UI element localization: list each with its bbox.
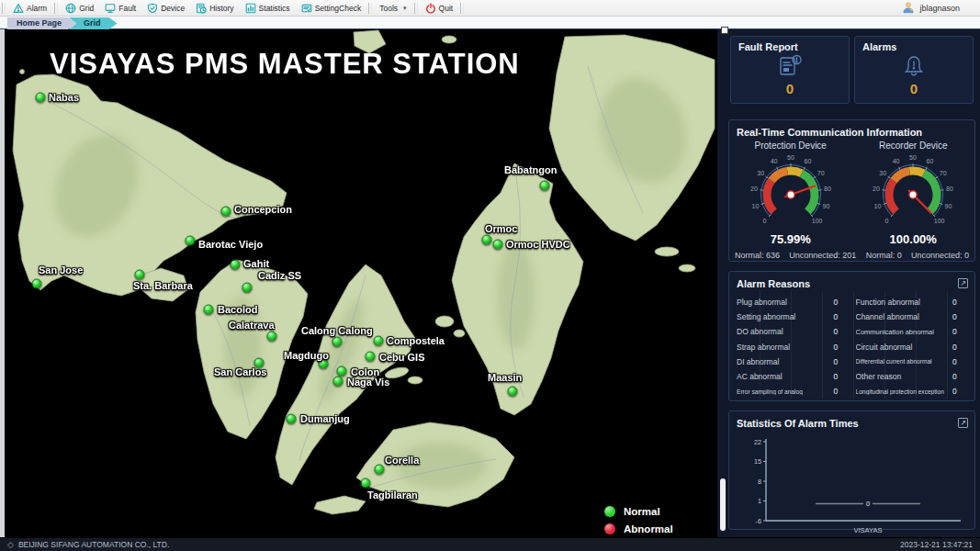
svg-text:50: 50 <box>787 154 794 161</box>
history-icon <box>196 3 207 14</box>
svg-text:80: 80 <box>946 186 953 192</box>
alarm-reasons-title: Alarm Reasons <box>729 272 974 291</box>
fault-report-card[interactable]: Fault Report 0 <box>730 36 850 104</box>
islet <box>442 36 456 43</box>
station-marker-bacolod[interactable] <box>204 305 214 315</box>
svg-text:VISAYAS: VISAYAS <box>854 526 883 534</box>
station-marker-babatngon[interactable] <box>540 181 550 191</box>
station-label-compostela: Compostela <box>387 335 445 346</box>
company-logo-icon <box>7 540 18 549</box>
toolbar-button-label: SettingCheck <box>315 4 362 13</box>
alarm-reason-value: 0 <box>952 387 967 396</box>
station-marker-cadiz-ss[interactable] <box>242 283 253 293</box>
toolbar-separator <box>54 3 58 14</box>
main-toolbar: AlarmGridFaultDeviceHistoryStatisticsSet… <box>0 0 980 17</box>
user-account[interactable]: jblagnason <box>902 1 960 16</box>
alarm-reason-value: 0 <box>834 312 849 321</box>
alarm-reason-label: Strap abnormal <box>737 343 834 352</box>
station-marker-ormoc-hvdc[interactable] <box>493 240 503 250</box>
alarm-reason-value: 0 <box>952 343 967 352</box>
svg-text:90: 90 <box>822 203 829 209</box>
comm-stats-row: Normal: 636Unconnected: 201Normal: 0Unco… <box>729 251 974 260</box>
station-marker-nabas[interactable] <box>36 93 46 103</box>
toolbar-separator <box>368 3 372 14</box>
alarms-card[interactable]: Alarms 0 <box>854 36 974 104</box>
warning-triangle-icon <box>13 3 24 14</box>
gauge-protection-device: Protection Device01020304050607080901007… <box>733 141 849 246</box>
abnormal-dot-icon <box>604 523 615 534</box>
toolbar-button-label: Fault <box>118 4 136 13</box>
left-scrollbar-track[interactable] <box>0 29 5 537</box>
station-marker-corella[interactable] <box>375 465 385 475</box>
station-label-cebu-gis: Cebu GIS <box>379 352 425 363</box>
station-marker-ormoc[interactable] <box>482 235 492 245</box>
alarm-bell-icon <box>862 53 965 79</box>
station-marker-dumanjug[interactable] <box>287 414 297 424</box>
alarm-reasons-expand-icon[interactable] <box>958 278 968 288</box>
station-marker-naga-vis[interactable] <box>333 377 344 387</box>
statistics-button[interactable]: Statistics <box>240 1 296 16</box>
quit-button[interactable]: Quit <box>420 1 459 16</box>
recorder-device-gauge-chart: 0102030405060708090100 <box>855 152 971 236</box>
statistics-icon <box>245 3 256 14</box>
station-marker-concepcion[interactable] <box>221 207 231 217</box>
station-marker-cebu-gis[interactable] <box>366 352 376 362</box>
alarm-reasons-right-column: Function abnormal0Channel abnormal0Commu… <box>856 295 968 399</box>
monitor-icon <box>105 3 116 14</box>
station-marker-sta-barbara[interactable] <box>135 270 145 280</box>
svg-text:100: 100 <box>934 218 945 224</box>
alarm-button[interactable]: Alarm <box>7 1 52 16</box>
right-panel-scrollbar-thumb[interactable] <box>720 478 726 531</box>
island-camotes <box>435 316 454 327</box>
status-bar: BEIJING SIFANG AUTOMATION CO., LTD. 2023… <box>0 537 980 551</box>
settingcheck-button[interactable]: SettingCheck <box>296 1 367 16</box>
islet <box>655 247 679 256</box>
svg-text:100: 100 <box>812 218 823 224</box>
alarm-reason-row: Channel abnormal0 <box>856 309 968 324</box>
station-label-tagbilaran: Tagbilaran <box>367 489 418 500</box>
grid-button[interactable]: Grid <box>60 1 99 16</box>
visayas-map[interactable]: VISAYAS PMS MASTER STATION NabasConcepci… <box>0 29 717 537</box>
toolbar-button-label: Device <box>161 4 185 13</box>
station-marker-tagbilaran[interactable] <box>361 478 371 489</box>
station-marker-barotac-viejo[interactable] <box>186 236 196 246</box>
tab-home-page[interactable]: Home Page <box>7 17 76 29</box>
toolbar-button-label: Alarm <box>27 4 47 13</box>
station-marker-san-jose[interactable] <box>32 279 42 289</box>
username: jblagnason <box>919 4 960 13</box>
tools-menu-button[interactable]: Tools <box>374 1 411 16</box>
svg-text:1: 1 <box>758 497 761 505</box>
history-button[interactable]: History <box>190 1 239 16</box>
alarm-times-expand-icon[interactable] <box>958 418 968 428</box>
legend-row-abnormal: Abnormal <box>604 523 673 534</box>
alarm-times-chart: 221581-60VISAYAS <box>729 431 974 539</box>
station-label-ormoc-hvdc: Ormoc HVDC <box>506 239 570 250</box>
station-marker-calatrava[interactable] <box>267 332 277 342</box>
svg-text:-6: -6 <box>756 517 761 525</box>
toolbar-separator <box>460 3 464 14</box>
station-label-ormoc: Ormoc <box>485 223 517 234</box>
alarm-reason-label: Function abnormal <box>856 298 953 307</box>
station-label-babatngon: Babatngon <box>504 164 557 175</box>
station-label-maasin: Maasin <box>488 372 522 383</box>
station-marker-compostela[interactable] <box>374 336 384 346</box>
station-marker-calong-calong[interactable] <box>332 337 343 347</box>
fault-button[interactable]: Fault <box>99 1 141 16</box>
panel-collapse-button[interactable] <box>721 27 728 34</box>
alarm-reason-value: 0 <box>834 327 849 336</box>
svg-text:70: 70 <box>817 170 825 176</box>
device-button[interactable]: Device <box>141 1 190 16</box>
svg-text:30: 30 <box>757 170 764 176</box>
alarm-reason-label: DI abnormal <box>737 357 834 366</box>
svg-text:22: 22 <box>754 438 761 446</box>
station-marker-maasin[interactable] <box>508 387 518 397</box>
station-marker-colon[interactable] <box>337 366 347 377</box>
islet <box>454 330 465 337</box>
station-marker-gahit[interactable] <box>231 260 241 270</box>
alarms-value: 0 <box>862 81 965 96</box>
islet <box>20 70 25 74</box>
svg-text:0: 0 <box>762 218 766 224</box>
realtime-comm-panel: Real-Time Communication Information Prot… <box>728 119 975 262</box>
station-label-magdugo: Magdugo <box>284 350 329 361</box>
power-icon <box>425 3 436 14</box>
